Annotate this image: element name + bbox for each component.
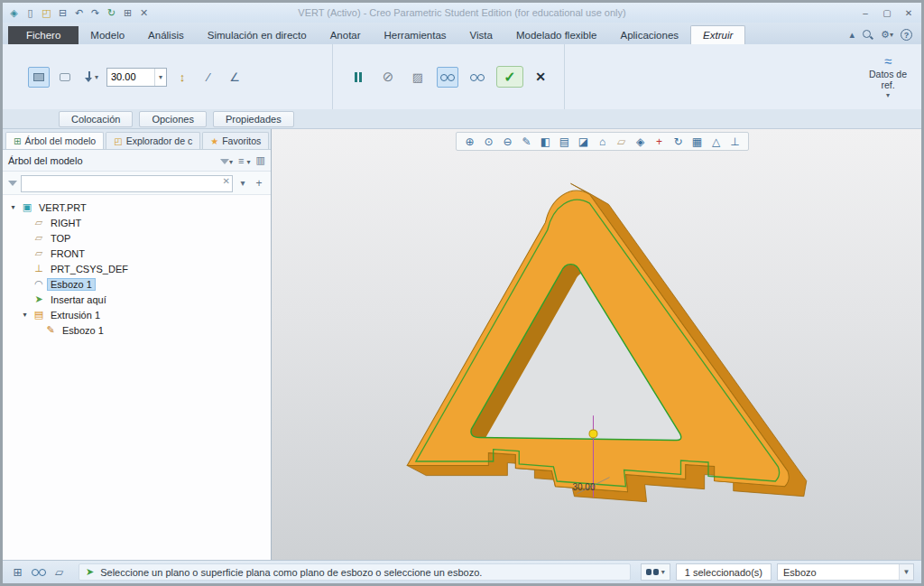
search-options-caret[interactable]: ▾ — [236, 178, 249, 188]
solid-toggle-button[interactable] — [28, 67, 50, 88]
open-file-button[interactable]: ◰ — [39, 5, 54, 20]
binoculars-icon — [646, 568, 659, 577]
depth-dimension-value[interactable]: 30.00 — [572, 482, 595, 492]
help-button[interactable]: ? — [901, 29, 912, 41]
shaded-view-button[interactable]: ◧ — [537, 134, 554, 149]
cancel-button[interactable]: ✕ — [531, 66, 550, 88]
graphics-toolbar: ⊕⊙⊖✎◧▤◪⌂▱◈+↻▦△⊥ — [456, 132, 749, 151]
tab-anotar[interactable]: Anotar — [319, 26, 373, 44]
tree-item-right[interactable]: ▱RIGHT — [3, 215, 271, 230]
tab-modelo[interactable]: Modelo — [79, 26, 136, 44]
add-filter-button[interactable]: + — [253, 177, 265, 190]
depth-type-dropdown[interactable]: ▾ — [80, 67, 102, 88]
spin-center-button[interactable]: + — [651, 134, 668, 149]
tree-item-insertar-aquí[interactable]: ➤Insertar aquí — [3, 292, 271, 307]
model-tree-toggle-button[interactable]: ⊞ — [8, 564, 27, 581]
dashboard-tab-propiedades[interactable]: Propiedades — [213, 111, 294, 127]
tree-search-input[interactable] — [21, 175, 233, 192]
depth-value-input[interactable] — [107, 69, 154, 86]
no-preview-button[interactable]: ⊘ — [377, 67, 399, 88]
panel-tab-favoritos[interactable]: ★Favoritos — [202, 132, 269, 149]
window-maximize-button[interactable]: ▢ — [876, 5, 898, 20]
display-style-button[interactable]: ▤ — [556, 134, 573, 149]
dashboard-tab-colocación[interactable]: Colocación — [59, 111, 133, 127]
depth-drag-handle[interactable] — [589, 430, 597, 438]
tree-item-esbozo-1[interactable]: ✎Esbozo 1 — [3, 322, 271, 338]
tree-item-top[interactable]: ▱TOP — [3, 230, 271, 246]
options-gear-button[interactable]: ⚙▾ — [881, 29, 893, 41]
preview-button[interactable] — [467, 67, 488, 88]
saved-views-button[interactable]: ⌂ — [594, 134, 611, 149]
flip-direction-button[interactable]: ↕ — [171, 67, 193, 88]
repaint-button[interactable]: ✎ — [518, 134, 535, 149]
new-file-button[interactable]: ▯ — [23, 5, 38, 20]
tree-item-prt-csys-def[interactable]: ⊥PRT_CSYS_DEF — [3, 261, 271, 276]
ok-button[interactable]: ✓ — [496, 66, 523, 88]
filter-icon[interactable]: ▾ — [220, 155, 233, 166]
pause-button[interactable] — [347, 67, 369, 88]
view-rotate-button[interactable]: ↻ — [670, 134, 687, 149]
undo-button[interactable]: ↶ — [71, 5, 87, 20]
new-file-icon: ▯ — [27, 7, 32, 19]
sketch-feature-icon: ✎ — [44, 324, 57, 336]
tree-item-esbozo-1[interactable]: ◠Esbozo 1 — [3, 276, 271, 292]
find-button[interactable]: ▾ — [641, 563, 670, 581]
tree-item-vert-prt[interactable]: ▾▣VERT.PRT — [3, 200, 271, 215]
tab-aplicaciones[interactable]: Aplicaciones — [608, 26, 690, 44]
selection-filter-dropdown[interactable]: Esbozo ▼ — [777, 563, 914, 581]
collapse-ribbon-button[interactable]: ▴ — [850, 29, 855, 41]
section-view-button[interactable]: ◪ — [575, 134, 592, 149]
thicken-sketch-button[interactable]: ∠ — [224, 67, 245, 88]
expand-arrow-icon[interactable]: ▾ — [20, 311, 30, 319]
panel-tab-explorador-de-c[interactable]: ◰Explorador de c — [106, 132, 200, 149]
extrude-icon: ▤ — [32, 309, 45, 321]
preview-glasses-button[interactable] — [29, 564, 48, 581]
tab-vista[interactable]: Vista — [458, 26, 504, 44]
plane-display-icon: ▱ — [55, 566, 63, 579]
perspective-button[interactable]: △ — [707, 134, 725, 149]
surface-toggle-button[interactable] — [54, 67, 76, 88]
plane-display-button[interactable]: ▱ — [50, 564, 69, 581]
reference-data-dropdown[interactable]: ≈ Datos de ref. ▾ — [862, 52, 914, 101]
windows-button[interactable]: ⊞ — [120, 5, 135, 20]
panel-tab-árbol-del-modelo[interactable]: ⊞Árbol del modelo — [5, 132, 104, 149]
zoom-in-button[interactable]: ⊕ — [461, 134, 478, 149]
list-options-icon[interactable]: ≡ ▾ — [238, 155, 251, 166]
annotation-display-button[interactable]: ◈ — [632, 134, 649, 149]
zoom-fit-button[interactable]: ⊙ — [480, 134, 497, 149]
attached-preview-button[interactable] — [437, 67, 458, 88]
window-close-button[interactable]: ✕ — [898, 5, 919, 20]
tab-fichero[interactable]: Fichero — [8, 26, 79, 44]
clear-search-icon[interactable]: ✕ — [223, 176, 230, 186]
depth-value-dropdown[interactable]: ▾ — [154, 69, 166, 86]
datum-display-button[interactable]: ▱ — [613, 134, 630, 149]
window-minimize-button[interactable]: – — [855, 5, 876, 20]
tab-modelado-flexible[interactable]: Modelado flexible — [504, 26, 609, 44]
ribbon-tab-row: FicheroModeloAnálisisSimulación en direc… — [3, 23, 921, 44]
search-button[interactable] — [862, 29, 873, 41]
tab-herramientas[interactable]: Herramientas — [373, 26, 458, 44]
remove-material-button[interactable]: ∕ — [198, 67, 219, 88]
tree-item-extrusión-1[interactable]: ▾▤Extrusión 1 — [3, 307, 271, 322]
dashboard-tab-opciones[interactable]: Opciones — [139, 111, 206, 127]
depth-type-icon — [84, 71, 94, 83]
view-manager-button[interactable]: ▦ — [688, 134, 706, 149]
tab-simulación-en-directo[interactable]: Simulación en directo — [196, 26, 319, 44]
columns-icon[interactable]: ▥ — [256, 154, 265, 166]
verify-button[interactable]: ▨ — [407, 67, 429, 88]
save-button[interactable]: ⊟ — [55, 5, 70, 20]
datum-display-icon: ▱ — [617, 135, 625, 148]
extrude-preview-geometry[interactable] — [407, 183, 807, 501]
analysis-display-button[interactable]: ⊥ — [726, 134, 744, 149]
tab-extruir[interactable]: Extruir — [690, 25, 745, 44]
redo-button[interactable]: ↷ — [88, 5, 103, 20]
expand-arrow-icon[interactable]: ▾ — [8, 203, 18, 211]
close-window-button[interactable]: ✕ — [136, 5, 152, 20]
3d-viewport[interactable]: 30.00 — [272, 129, 921, 560]
tree-item-front[interactable]: ▱FRONT — [3, 246, 271, 261]
tab-análisis[interactable]: Análisis — [136, 26, 196, 44]
regenerate-button[interactable]: ↻ — [104, 5, 119, 20]
zoom-out-button[interactable]: ⊖ — [499, 134, 516, 149]
model-tree: ▾▣VERT.PRT▱RIGHT▱TOP▱FRONT⊥PRT_CSYS_DEF◠… — [3, 195, 271, 560]
tree-filter-row: ✕ ▾ + — [3, 172, 271, 195]
